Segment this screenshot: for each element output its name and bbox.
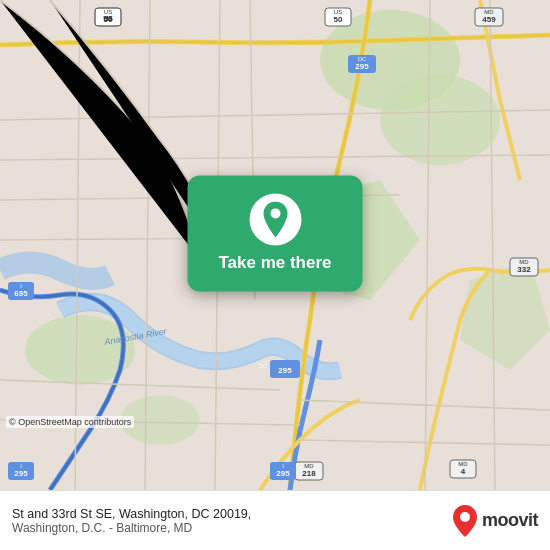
address-container: St and 33rd St SE, Washington, DC 20019,… xyxy=(12,507,251,535)
svg-text:695: 695 xyxy=(14,289,28,298)
svg-text:295: 295 xyxy=(14,469,28,478)
svg-text:50: 50 xyxy=(104,15,113,24)
svg-text:50: 50 xyxy=(334,15,343,24)
osm-attribution: © OpenStreetMap contributors xyxy=(6,416,134,428)
cta-overlay[interactable]: Take me there xyxy=(188,175,363,291)
svg-point-58 xyxy=(270,208,280,218)
take-me-there-button[interactable]: Take me there xyxy=(218,253,331,273)
map-container: 295 DC US 50 US 50 US 50 M xyxy=(0,0,550,490)
svg-text:295: 295 xyxy=(278,366,292,375)
svg-text:295: 295 xyxy=(355,62,369,71)
svg-text:218: 218 xyxy=(302,469,316,478)
svg-point-2 xyxy=(380,75,500,165)
pin-icon-container xyxy=(249,193,301,245)
svg-text:4: 4 xyxy=(461,467,466,476)
bottom-bar: St and 33rd St SE, Washington, DC 20019,… xyxy=(0,490,550,550)
moovit-text: moovit xyxy=(482,510,538,531)
svg-text:295: 295 xyxy=(276,469,290,478)
location-pin-icon xyxy=(259,201,291,237)
svg-text:DC: DC xyxy=(259,363,268,369)
svg-point-59 xyxy=(460,512,470,522)
moovit-logo: moovit xyxy=(452,505,538,537)
svg-text:332: 332 xyxy=(517,265,531,274)
svg-text:459: 459 xyxy=(482,15,496,24)
address-line1: St and 33rd St SE, Washington, DC 20019, xyxy=(12,507,251,521)
moovit-logo-icon xyxy=(452,505,478,537)
address-line2: Washington, D.C. - Baltimore, MD xyxy=(12,521,251,535)
